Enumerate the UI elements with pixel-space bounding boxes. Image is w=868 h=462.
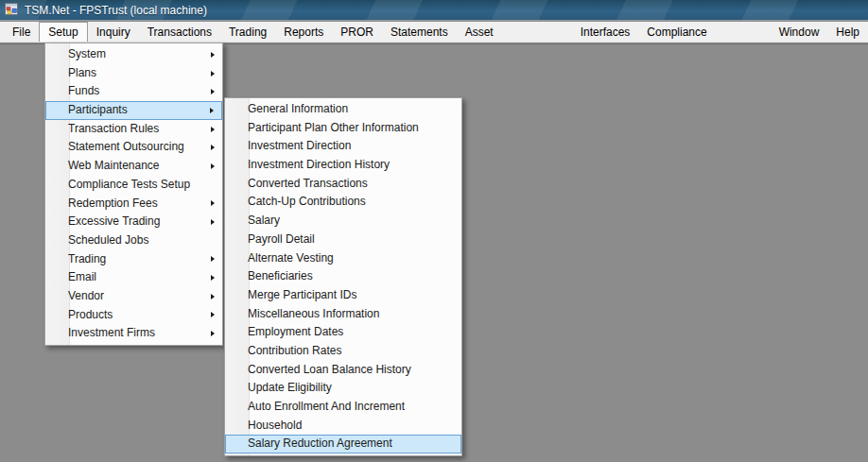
menu-item-converted-transactions[interactable]: Converted Transactions: [225, 175, 461, 194]
menu-item-label: Transaction Rules: [68, 122, 159, 135]
menubar-item-trading[interactable]: Trading: [220, 22, 275, 42]
submenu-arrow-icon: [211, 312, 215, 317]
menu-item-system[interactable]: System: [45, 45, 222, 64]
submenu-arrow-icon: [211, 163, 215, 169]
menu-item-products[interactable]: Products: [45, 306, 222, 325]
menu-item-label: Converted Transactions: [248, 177, 368, 190]
titlebar: TSM.Net - FPSTrust (local machine): [0, 0, 868, 21]
menu-item-label: Excessive Trading: [68, 214, 160, 228]
menu-item-email[interactable]: Email: [45, 268, 222, 287]
menu-item-label: Redemption Fees: [68, 197, 158, 210]
menu-item-miscellaneous-information[interactable]: Miscellaneous Information: [225, 305, 461, 324]
menu-item-label: Vendor: [68, 289, 104, 302]
menu-item-label: Participant Plan Other Information: [248, 121, 419, 134]
menu-item-web-maintenance[interactable]: Web Maintenance: [45, 157, 222, 176]
menu-item-plans[interactable]: Plans: [45, 64, 222, 83]
menu-item-label: Payroll Detail: [248, 232, 315, 246]
participants-submenu: General InformationParticipant Plan Othe…: [224, 97, 462, 456]
submenu-arrow-icon: [211, 294, 215, 299]
menu-item-transaction-rules[interactable]: Transaction Rules: [45, 120, 222, 139]
menu-item-redemption-fees[interactable]: Redemption Fees: [45, 195, 222, 214]
menu-item-participants[interactable]: Participants: [45, 101, 222, 120]
menu-item-label: Investment Firms: [68, 326, 155, 339]
menu-item-beneficiaries[interactable]: Beneficiaries: [225, 267, 461, 286]
menu-item-participant-plan-other-information[interactable]: Participant Plan Other Information: [225, 119, 461, 138]
menu-item-salary-reduction-agreement[interactable]: Salary Reduction Agreement: [225, 435, 461, 453]
menu-item-employment-dates[interactable]: Employment Dates: [225, 323, 461, 342]
submenu-arrow-icon: [211, 200, 215, 206]
menu-item-label: Contribution Rates: [248, 344, 341, 357]
menubar: FileSetupInquiryTransactionsTradingRepor…: [0, 22, 868, 43]
menu-item-general-information[interactable]: General Information: [225, 100, 461, 119]
submenu-arrow-icon: [210, 108, 214, 113]
menu-item-label: Beneficiaries: [248, 269, 313, 282]
menu-item-label: Update Eligibility: [248, 381, 332, 394]
menubar-item-file[interactable]: File: [4, 22, 39, 42]
menu-item-label: Funds: [68, 84, 99, 97]
menu-item-label: Compliance Tests Setup: [68, 178, 190, 191]
menu-item-label: Employment Dates: [248, 325, 343, 338]
menu-item-label: Merge Participant IDs: [248, 288, 356, 301]
menu-item-label: General Information: [248, 102, 348, 115]
menu-item-label: Household: [248, 419, 302, 432]
menu-item-scheduled-jobs[interactable]: Scheduled Jobs: [45, 231, 222, 250]
menubar-item-inquiry[interactable]: Inquiry: [88, 22, 139, 42]
submenu-arrow-icon: [211, 219, 215, 225]
menubar-item-interfaces[interactable]: Interfaces: [572, 22, 639, 42]
menu-item-funds[interactable]: Funds: [45, 82, 222, 101]
menu-item-household[interactable]: Household: [225, 417, 461, 436]
menu-item-label: Products: [68, 308, 113, 321]
menubar-item-transactions[interactable]: Transactions: [139, 22, 220, 42]
menu-item-label: Alternate Vesting: [248, 251, 334, 265]
submenu-arrow-icon: [211, 127, 215, 132]
window-title: TSM.Net - FPSTrust (local machine): [25, 4, 207, 17]
menu-item-label: Auto Enrollment And Increment: [248, 400, 405, 413]
menu-item-payroll-detail[interactable]: Payroll Detail: [225, 231, 461, 249]
menu-item-merge-participant-ids[interactable]: Merge Participant IDs: [225, 286, 461, 305]
menu-item-label: Participants: [68, 103, 128, 116]
menu-item-investment-firms[interactable]: Investment Firms: [45, 324, 222, 343]
menu-item-investment-direction[interactable]: Investment Direction: [225, 137, 461, 156]
submenu-arrow-icon: [211, 71, 215, 77]
menu-item-trading[interactable]: Trading: [45, 250, 222, 269]
menu-item-label: Statement Outsourcing: [68, 140, 184, 153]
submenu-arrow-icon: [211, 256, 215, 262]
menu-item-salary[interactable]: Salary: [225, 212, 461, 231]
setup-dropdown-menu: SystemPlansFundsParticipantsTransaction …: [44, 43, 223, 346]
menu-item-label: Salary Reduction Agreement: [248, 436, 392, 450]
app-icon: [5, 3, 19, 17]
submenu-arrow-icon: [211, 52, 215, 58]
menubar-item-reports[interactable]: Reports: [275, 22, 332, 42]
menu-item-investment-direction-history[interactable]: Investment Direction History: [225, 156, 461, 175]
menubar-item-compliance-processing[interactable]: Compliance Processing: [638, 22, 770, 42]
menubar-item-statements[interactable]: Statements: [382, 22, 457, 42]
menu-item-auto-enrollment-and-increment[interactable]: Auto Enrollment And Increment: [225, 398, 461, 417]
submenu-arrow-icon: [211, 89, 215, 94]
menubar-item-pror[interactable]: PROR: [332, 22, 382, 42]
menu-item-alternate-vesting[interactable]: Alternate Vesting: [225, 249, 461, 268]
menu-item-label: Converted Loan Balance History: [248, 363, 411, 376]
menubar-item-setup[interactable]: Setup: [39, 22, 87, 42]
menu-item-catch-up-contributions[interactable]: Catch-Up Contributions: [225, 193, 461, 212]
menubar-item-asset-reconciliation[interactable]: Asset Reconciliation: [457, 22, 572, 42]
menubar-item-window[interactable]: Window: [771, 22, 828, 42]
menu-item-compliance-tests-setup[interactable]: Compliance Tests Setup: [45, 176, 222, 195]
menu-item-contribution-rates[interactable]: Contribution Rates: [225, 342, 461, 361]
submenu-arrow-icon: [211, 275, 215, 281]
menu-item-label: Investment Direction: [248, 139, 351, 152]
menu-item-converted-loan-balance-history[interactable]: Converted Loan Balance History: [225, 361, 461, 380]
menu-item-label: Trading: [68, 252, 106, 265]
app-window: TSM.Net - FPSTrust (local machine) FileS…: [0, 0, 868, 462]
menu-item-vendor[interactable]: Vendor: [45, 287, 222, 306]
menu-item-statement-outsourcing[interactable]: Statement Outsourcing: [45, 138, 222, 157]
menubar-item-help[interactable]: Help: [827, 22, 868, 42]
menu-item-label: Plans: [68, 66, 96, 79]
menu-item-label: Miscellaneous Information: [248, 307, 379, 320]
submenu-arrow-icon: [211, 145, 215, 150]
menu-item-excessive-trading[interactable]: Excessive Trading: [45, 213, 222, 231]
menu-item-label: Email: [68, 270, 96, 283]
menu-item-update-eligibility[interactable]: Update Eligibility: [225, 379, 461, 398]
menu-item-label: System: [68, 47, 106, 60]
menu-item-label: Salary: [248, 214, 280, 227]
menu-item-label: Investment Direction History: [248, 158, 390, 171]
